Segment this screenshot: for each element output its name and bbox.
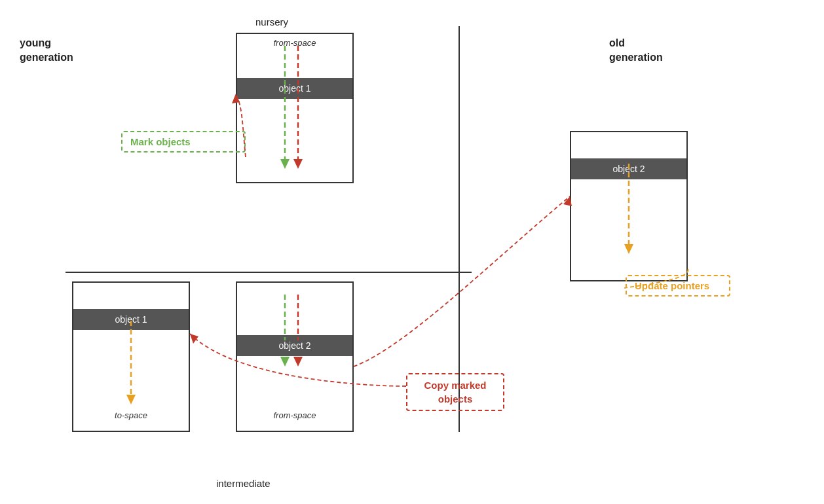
nursery-from-space-block: from-space object 1: [236, 33, 354, 183]
object1-top: object 1: [237, 78, 352, 99]
old-gen-block: object 2: [570, 131, 688, 281]
young-generation-label: young generation: [20, 36, 73, 65]
diagram-container: young generation old generation nursery …: [0, 0, 824, 504]
object2-old: object 2: [571, 158, 686, 179]
to-space-label: to-space: [73, 406, 189, 424]
old-generation-label: old generation: [609, 36, 663, 65]
svg-marker-14: [190, 334, 198, 344]
from-space-bottom-label: from-space: [237, 406, 352, 424]
update-pointers-annotation: Update pointers: [626, 275, 730, 297]
vertical-divider: [459, 26, 460, 432]
nursery-label: nursery: [255, 16, 288, 27]
object1-bottom: object 1: [73, 309, 189, 330]
object2-mid: object 2: [237, 335, 352, 356]
intermediate-label: intermediate: [216, 478, 271, 489]
intermediate-from-space-block: object 2 from-space: [236, 281, 354, 432]
to-space-block: object 1 to-space: [72, 281, 190, 432]
from-space-top-label: from-space: [237, 34, 352, 52]
copy-marked-objects-annotation: Copy marked objects: [406, 373, 504, 411]
mark-objects-annotation: Mark objects: [121, 131, 246, 153]
divider-line: [66, 272, 472, 273]
